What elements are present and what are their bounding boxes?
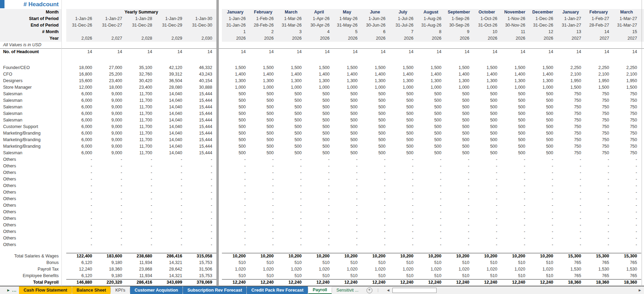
- monthly-value-cell[interactable]: -: [278, 156, 306, 163]
- monthly-value-cell[interactable]: 1,530: [613, 266, 641, 273]
- monthly-value-cell[interactable]: -: [613, 228, 641, 235]
- monthly-value-cell[interactable]: -: [222, 228, 250, 235]
- row-label-cell[interactable]: Marketing/Branding: [0, 130, 61, 137]
- monthly-value-cell[interactable]: -: [529, 202, 557, 209]
- monthly-value-cell[interactable]: -: [334, 202, 362, 209]
- yearly-value-cell[interactable]: 18,000: [66, 65, 96, 71]
- monthly-value-cell[interactable]: 500: [474, 104, 501, 110]
- monthly-value-cell[interactable]: -: [306, 183, 334, 189]
- monthly-value-cell[interactable]: 500: [446, 130, 474, 137]
- monthly-value-cell[interactable]: -: [362, 163, 390, 169]
- scroll-right-icon[interactable]: ▶: [636, 286, 644, 294]
- yearly-value-cell[interactable]: [126, 29, 156, 35]
- monthly-value-cell[interactable]: 10,200: [278, 253, 306, 259]
- monthly-value-cell[interactable]: -: [390, 209, 418, 215]
- yearly-value-cell[interactable]: -: [186, 228, 216, 235]
- yearly-value-cell[interactable]: 2,030: [186, 35, 216, 42]
- yearly-value-cell[interactable]: 6,000: [66, 97, 96, 104]
- yearly-value-cell[interactable]: 46,332: [186, 65, 216, 71]
- yearly-value-cell[interactable]: 11,700: [126, 117, 156, 124]
- monthly-value-cell[interactable]: 1,400: [446, 71, 474, 78]
- monthly-value-cell[interactable]: 1,530: [557, 266, 585, 273]
- monthly-value-cell[interactable]: -: [557, 169, 585, 176]
- monthly-value-cell[interactable]: -: [557, 228, 585, 235]
- monthly-value-cell[interactable]: -: [529, 228, 557, 235]
- monthly-value-cell[interactable]: -: [306, 222, 334, 228]
- monthly-value-cell[interactable]: 750: [557, 91, 585, 97]
- row-label-cell[interactable]: Month: [0, 9, 61, 16]
- yearly-value-cell[interactable]: 183,600: [96, 253, 126, 259]
- row-label-cell[interactable]: Salesman: [0, 117, 61, 124]
- monthly-value-cell[interactable]: -: [501, 183, 529, 189]
- monthly-value-cell[interactable]: -: [362, 228, 390, 235]
- monthly-value-cell[interactable]: 500: [474, 110, 501, 117]
- monthly-value-cell[interactable]: -: [474, 163, 501, 169]
- monthly-value-cell[interactable]: 750: [585, 124, 613, 130]
- monthly-value-cell[interactable]: 1-Jan-26: [222, 16, 250, 22]
- monthly-value-cell[interactable]: -: [585, 209, 613, 215]
- yearly-value-cell[interactable]: -: [156, 176, 186, 183]
- yearly-value-cell[interactable]: -: [156, 189, 186, 196]
- yearly-value-cell[interactable]: -: [66, 242, 96, 248]
- monthly-value-cell[interactable]: -: [446, 228, 474, 235]
- monthly-value-cell[interactable]: -: [306, 228, 334, 235]
- monthly-value-cell[interactable]: -: [334, 176, 362, 183]
- monthly-value-cell[interactable]: 5: [334, 29, 362, 35]
- monthly-value-cell[interactable]: 1,400: [250, 71, 278, 78]
- sheet-nav-arrow-icon[interactable]: ▶: [6, 286, 11, 294]
- row-label-cell[interactable]: Year: [0, 35, 61, 42]
- yearly-value-cell[interactable]: -: [126, 169, 156, 176]
- yearly-value-cell[interactable]: 11,700: [126, 143, 156, 150]
- monthly-value-cell[interactable]: 15: [613, 29, 641, 35]
- monthly-value-cell[interactable]: -: [390, 222, 418, 228]
- row-label-cell[interactable]: Salesman: [0, 91, 61, 97]
- monthly-value-cell[interactable]: 14: [362, 49, 390, 55]
- monthly-value-cell[interactable]: -: [278, 196, 306, 202]
- yearly-value-cell[interactable]: -: [96, 215, 126, 222]
- monthly-value-cell[interactable]: -: [613, 215, 641, 222]
- monthly-value-cell[interactable]: 1-Aug-26: [418, 16, 446, 22]
- monthly-value-cell[interactable]: 1,500: [501, 65, 529, 71]
- yearly-value-cell[interactable]: -: [66, 156, 96, 163]
- row-label-cell[interactable]: Designers: [0, 78, 61, 84]
- monthly-value-cell[interactable]: 1,020: [474, 266, 501, 273]
- add-sheet-icon[interactable]: +: [367, 287, 372, 293]
- monthly-value-cell[interactable]: -: [334, 242, 362, 248]
- monthly-value-cell[interactable]: 750: [557, 150, 585, 156]
- monthly-value-cell[interactable]: 28-Feb-27: [585, 22, 613, 29]
- monthly-value-cell[interactable]: 1,000: [362, 84, 390, 91]
- monthly-value-cell[interactable]: 750: [613, 130, 641, 137]
- monthly-value-cell[interactable]: 500: [362, 110, 390, 117]
- sheet-tab-balance-sheet[interactable]: Balance Sheet: [72, 286, 110, 294]
- monthly-value-cell[interactable]: -: [529, 209, 557, 215]
- yearly-value-cell[interactable]: 6,000: [66, 104, 96, 110]
- yearly-value-cell[interactable]: 40,154: [186, 78, 216, 84]
- monthly-value-cell[interactable]: 1,300: [501, 78, 529, 84]
- monthly-value-cell[interactable]: 14: [585, 29, 613, 35]
- monthly-value-cell[interactable]: -: [585, 202, 613, 209]
- monthly-value-cell[interactable]: -: [362, 156, 390, 163]
- monthly-value-cell[interactable]: 500: [334, 150, 362, 156]
- row-label-cell[interactable]: Others: [0, 196, 61, 202]
- monthly-value-cell[interactable]: -: [557, 235, 585, 242]
- monthly-value-cell[interactable]: 11: [501, 29, 529, 35]
- month-name-cell[interactable]: February: [250, 9, 278, 16]
- yearly-value-cell[interactable]: -: [126, 222, 156, 228]
- monthly-value-cell[interactable]: 500: [306, 137, 334, 143]
- yearly-value-cell[interactable]: 15,444: [186, 137, 216, 143]
- monthly-value-cell[interactable]: 500: [334, 104, 362, 110]
- monthly-value-cell[interactable]: 510: [529, 259, 557, 266]
- month-name-cell[interactable]: October: [474, 9, 501, 16]
- monthly-value-cell[interactable]: 18,360: [585, 279, 613, 286]
- monthly-value-cell[interactable]: -: [306, 176, 334, 183]
- yearly-value-cell[interactable]: 11,700: [126, 150, 156, 156]
- row-label-cell[interactable]: Bonus: [0, 259, 61, 266]
- monthly-value-cell[interactable]: 2026: [418, 35, 446, 42]
- monthly-value-cell[interactable]: -: [306, 209, 334, 215]
- monthly-value-cell[interactable]: 1,000: [446, 84, 474, 91]
- monthly-value-cell[interactable]: -: [306, 215, 334, 222]
- row-label-cell[interactable]: Others: [0, 189, 61, 196]
- monthly-value-cell[interactable]: 500: [418, 97, 446, 104]
- yearly-value-cell[interactable]: 27,000: [96, 65, 126, 71]
- monthly-value-cell[interactable]: -: [557, 242, 585, 248]
